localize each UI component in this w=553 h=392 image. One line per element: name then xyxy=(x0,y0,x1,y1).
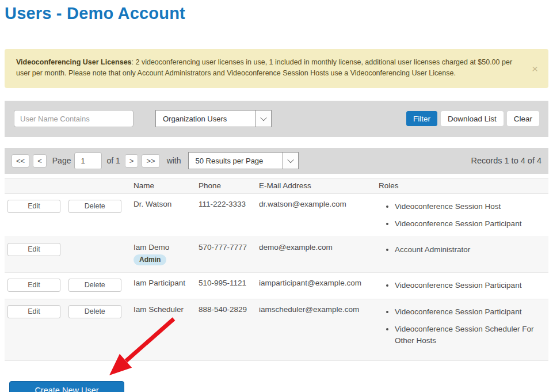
user-name: Iam Scheduler xyxy=(134,299,199,360)
notice-heading: Videoconferencing User Licenses xyxy=(16,58,132,66)
results-per-page-value: 50 Results per Page xyxy=(189,157,283,165)
chevron-down-icon xyxy=(255,111,271,127)
page-title: Users - Demo Account xyxy=(5,3,548,24)
user-phone: 570-777-7777 xyxy=(199,237,259,272)
filter-bar: Organization Users Filter Download List … xyxy=(5,101,548,137)
user-phone: 510-995-1121 xyxy=(199,272,259,299)
role-item: Account Administrator xyxy=(395,244,548,256)
page-label: Page xyxy=(52,156,71,165)
roles-column-header: Roles xyxy=(379,178,548,193)
pagination-bar: << < Page of 1 > >> with 50 Results per … xyxy=(5,148,548,174)
user-email: iamparticipant@example.com xyxy=(259,272,379,299)
delete-button[interactable]: Delete xyxy=(68,279,121,292)
table-row: Edit Iam Demo Admin 570-777-7777 demo@ex… xyxy=(5,237,548,272)
with-label: with xyxy=(167,156,181,165)
page-number-input[interactable] xyxy=(74,153,102,169)
edit-button[interactable]: Edit xyxy=(7,305,60,318)
clear-button[interactable]: Clear xyxy=(507,111,539,126)
user-type-selected-value: Organization Users xyxy=(156,115,255,123)
table-row: Edit Delete Iam Scheduler 888-540-2829 i… xyxy=(5,299,548,360)
chevron-down-icon xyxy=(283,153,298,169)
role-item: Videoconference Session Participant xyxy=(395,306,548,318)
filter-actions: Filter Download List Clear xyxy=(406,111,539,126)
previous-page-button[interactable]: < xyxy=(33,154,47,168)
role-item: Videoconference Session Participant xyxy=(395,218,548,230)
role-item: Videoconference Session Scheduler For Ot… xyxy=(395,324,548,346)
user-email: iamscheduler@example.com xyxy=(259,299,379,360)
roles-list: Videoconference Session Participant Vide… xyxy=(379,306,548,347)
user-email: dr.watson@example.com xyxy=(259,193,379,237)
user-name-input[interactable] xyxy=(14,110,134,127)
roles-list: Videoconference Session Host Videoconfer… xyxy=(379,201,548,230)
roles-list: Account Administrator xyxy=(379,244,548,256)
user-name: Iam Participant xyxy=(134,272,199,299)
actions-column-header xyxy=(5,178,134,193)
edit-button[interactable]: Edit xyxy=(7,279,60,292)
table-row: Edit Delete Dr. Watson 111-222-3333 dr.w… xyxy=(5,193,548,237)
notice-text: Videoconferencing User Licenses: 2 video… xyxy=(16,57,518,79)
roles-list: Videoconference Session Participant xyxy=(379,280,548,291)
phone-column-header: Phone xyxy=(199,178,259,193)
next-page-button[interactable]: > xyxy=(125,154,139,168)
download-list-button[interactable]: Download List xyxy=(441,111,504,126)
admin-badge: Admin xyxy=(134,254,166,265)
user-phone: 888-540-2829 xyxy=(199,299,259,360)
create-new-user-button[interactable]: Create New User xyxy=(9,381,124,392)
filter-button[interactable]: Filter xyxy=(406,111,437,126)
last-page-button[interactable]: >> xyxy=(142,154,159,168)
delete-button[interactable]: Delete xyxy=(68,200,121,213)
results-per-page-select[interactable]: 50 Results per Page xyxy=(188,152,299,169)
records-count: Records 1 to 4 of 4 xyxy=(471,156,541,165)
user-email: demo@example.com xyxy=(259,237,379,272)
license-notice-banner: Videoconferencing User Licenses: 2 video… xyxy=(5,49,548,88)
edit-button[interactable]: Edit xyxy=(7,200,60,213)
user-name: Iam Demo xyxy=(134,243,199,252)
close-icon[interactable]: × xyxy=(532,63,538,74)
user-phone: 111-222-3333 xyxy=(199,193,259,237)
users-table: Name Phone E-Mail Address Roles Edit Del… xyxy=(5,178,548,361)
delete-button[interactable]: Delete xyxy=(68,305,121,318)
email-column-header: E-Mail Address xyxy=(259,178,379,193)
role-item: Videoconference Session Host xyxy=(395,201,548,212)
table-row: Edit Delete Iam Participant 510-995-1121… xyxy=(5,272,548,299)
first-page-button[interactable]: << xyxy=(12,154,29,168)
role-item: Videoconference Session Participant xyxy=(395,280,548,291)
page-of-label: of 1 xyxy=(106,156,120,165)
name-column-header: Name xyxy=(134,178,199,193)
user-type-select[interactable]: Organization Users xyxy=(155,110,272,127)
table-header-row: Name Phone E-Mail Address Roles xyxy=(5,178,548,193)
users-page: Users - Demo Account Videoconferencing U… xyxy=(0,0,553,392)
edit-button[interactable]: Edit xyxy=(7,243,60,256)
user-name: Dr. Watson xyxy=(134,193,199,237)
